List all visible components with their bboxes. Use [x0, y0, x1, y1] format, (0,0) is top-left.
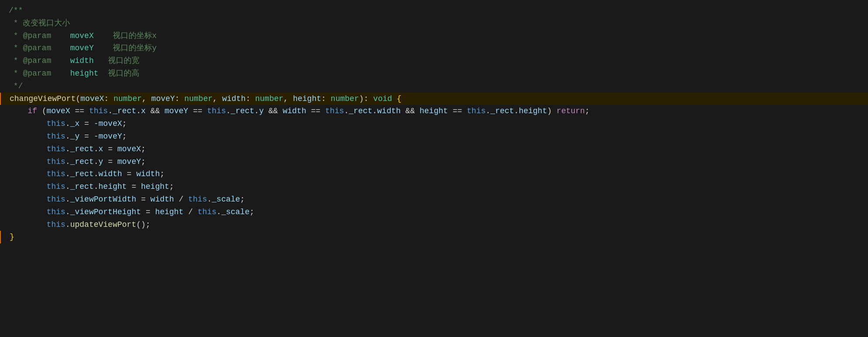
code-token: width [150, 193, 174, 206]
code-line: this._rect.width = width; [0, 168, 868, 181]
code-token: this [46, 219, 65, 231]
code-line: * @param moveY 视口的坐标y [0, 42, 868, 55]
code-token: _rect [70, 156, 94, 168]
code-token [9, 130, 46, 143]
code-token: = [80, 118, 94, 130]
code-token [9, 181, 46, 193]
code-token: / [184, 206, 198, 219]
code-line: /** [0, 4, 868, 17]
code-token: x [141, 105, 146, 118]
code-token: / [174, 193, 188, 206]
code-token: width [377, 105, 401, 118]
code-token: = [122, 168, 136, 181]
code-token: . [136, 105, 141, 118]
code-token: 视口的坐标y [113, 42, 157, 55]
code-token: number [331, 93, 359, 105]
code-token: : [321, 93, 331, 105]
code-token: . [94, 156, 98, 168]
code-token: moveY [165, 105, 188, 118]
code-token: width [98, 168, 122, 181]
code-token: . [66, 118, 70, 130]
code-token: _y [70, 130, 80, 143]
code-token: height [98, 181, 127, 193]
code-token: . [94, 181, 98, 193]
code-token [9, 219, 46, 231]
code-token: . [66, 156, 70, 168]
code-token: moveY [151, 93, 175, 105]
code-token: = [103, 156, 117, 168]
code-token: height [155, 206, 184, 219]
code-token: == [188, 105, 207, 118]
code-token: _rect [70, 143, 94, 156]
code-token: 改变视口大小 [23, 17, 70, 30]
code-token: width [222, 93, 246, 105]
code-token: this [46, 143, 65, 156]
code-token: . [66, 168, 70, 181]
code-token: && [146, 105, 164, 118]
code-token: ; [250, 206, 254, 219]
code-token: this [188, 193, 207, 206]
code-token: number [184, 93, 213, 105]
code-token: @param [23, 42, 51, 55]
code-line: this._rect.x = moveX; [0, 143, 868, 156]
code-token: && [264, 105, 282, 118]
code-token: changeViewPort [10, 93, 76, 105]
code-token: this [198, 206, 216, 219]
code-editor: /** * 改变视口大小 * @param moveX 视口的坐标x * @pa… [0, 0, 868, 337]
code-token: _rect [70, 168, 94, 181]
code-token: _viewPortHeight [70, 206, 141, 219]
code-token: _scale [221, 206, 250, 219]
code-token: moveY [118, 156, 141, 168]
code-token: height [420, 105, 448, 118]
code-token: , [213, 93, 222, 105]
code-token: ): [359, 93, 373, 105]
code-token [9, 156, 46, 168]
code-token: . [66, 193, 70, 206]
code-token: . [344, 105, 349, 118]
code-token: if [28, 105, 37, 118]
code-token [9, 118, 46, 130]
code-token: . [66, 206, 70, 219]
code-token: this [46, 130, 65, 143]
code-token: @param [23, 55, 51, 67]
code-token: this [46, 206, 65, 219]
code-token [9, 143, 46, 156]
code-token: ; [141, 156, 146, 168]
code-token: : [175, 93, 184, 105]
code-token: . [66, 181, 70, 193]
code-token: _rect [349, 105, 372, 118]
code-token: . [514, 105, 519, 118]
code-token: ; [141, 143, 146, 156]
code-token: = [136, 193, 150, 206]
code-token: x [98, 143, 103, 156]
code-token: -moveY [94, 130, 122, 143]
code-token: this [89, 105, 108, 118]
code-line: } [0, 231, 868, 243]
code-token: y [259, 105, 264, 118]
code-line: * @param moveX 视口的坐标x [0, 30, 868, 42]
code-token: * [9, 30, 23, 42]
code-line: this.updateViewPort(); [0, 219, 868, 231]
code-token: height [51, 67, 108, 80]
code-token: . [108, 105, 113, 118]
code-token: @param [23, 30, 51, 42]
code-line: changeViewPort(moveX: number, moveY: num… [0, 93, 868, 105]
code-token: ; [160, 168, 165, 181]
code-token: @param [23, 67, 51, 80]
code-token: height [293, 93, 321, 105]
code-token: 视口的宽 [108, 55, 139, 67]
code-token: _x [70, 118, 80, 130]
code-token: _rect [70, 181, 94, 193]
code-token: number [114, 93, 142, 105]
code-token: _rect [113, 105, 136, 118]
code-token [9, 105, 28, 118]
code-line: * @param width 视口的宽 [0, 55, 868, 67]
code-token: ; [585, 105, 590, 118]
code-token: == [306, 105, 325, 118]
code-line: this._viewPortWidth = width / this._scal… [0, 193, 868, 206]
code-token: /** [9, 4, 23, 17]
code-token: this [325, 105, 344, 118]
code-token: moveY [51, 42, 112, 55]
code-token: : [246, 93, 255, 105]
code-token: this [46, 156, 65, 168]
